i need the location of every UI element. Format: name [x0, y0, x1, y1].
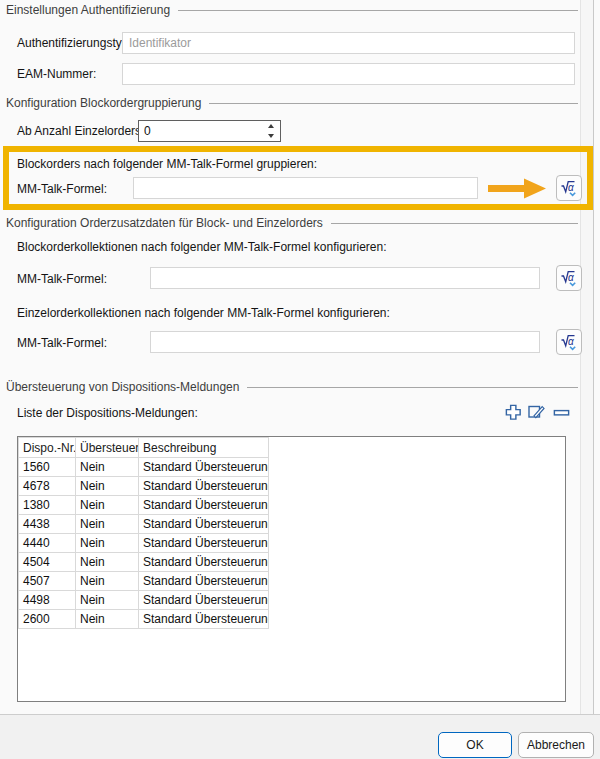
blockorders-group-caption: Blockorders nach folgender MM-Talk-Forme…: [17, 157, 317, 171]
table-cell: Standard Übersteuerung: [139, 477, 269, 496]
mmtalk-formula-label-3: MM-Talk-Formel:: [17, 336, 107, 350]
auth-type-input[interactable]: [122, 32, 575, 54]
spin-down-button[interactable]: [263, 133, 278, 140]
table-cell: Standard Übersteuerung: [139, 534, 269, 553]
table-row[interactable]: 4504NeinStandard Übersteuerung: [19, 553, 269, 572]
table-cell: Nein: [76, 477, 139, 496]
table-cell: Nein: [76, 496, 139, 515]
edit-entry-button[interactable]: [525, 400, 547, 422]
formula-sqrt-alpha-icon: α: [560, 333, 579, 352]
edit-pencil-icon: [526, 401, 546, 421]
table-cell: Standard Übersteuerung: [139, 515, 269, 534]
minus-icon: [552, 403, 571, 422]
table-cell: Standard Übersteuerung: [139, 553, 269, 572]
section-title: Konfiguration Orderzusatzdaten für Block…: [6, 216, 323, 230]
eam-number-input[interactable]: [122, 63, 575, 85]
blockorder-collections-caption: Blockorderkollektionen nach folgender MM…: [17, 240, 387, 254]
table-row[interactable]: 4440NeinStandard Übersteuerung: [19, 534, 269, 553]
section-title: Konfiguration Blockordergruppierung: [6, 96, 201, 110]
svg-text:α: α: [568, 182, 574, 193]
min-orders-input[interactable]: [139, 121, 263, 141]
column-header-uebersteuert[interactable]: Übersteuert: [76, 438, 139, 458]
section-rule: [247, 387, 578, 388]
svg-text:α: α: [568, 336, 574, 347]
section-header-orderzusatzdaten: Konfiguration Orderzusatzdaten für Block…: [6, 216, 578, 230]
table-cell: Standard Übersteuerung: [139, 591, 269, 610]
auth-type-label: Authentifizierungstyp:: [17, 36, 132, 50]
mmtalk-formula-label-2: MM-Talk-Formel:: [17, 272, 107, 286]
table-cell: Nein: [76, 610, 139, 629]
column-header-dispo-nr[interactable]: Dispo.-Nr.: [19, 438, 76, 458]
table-cell: 1560: [19, 458, 76, 477]
table-cell: Nein: [76, 591, 139, 610]
scrollbar-track[interactable]: [580, 0, 594, 714]
min-orders-label: Ab Anzahl Einzelorders:: [17, 124, 144, 138]
spin-up-button[interactable]: [263, 123, 278, 130]
mmtalk-formula-label-1: MM-Talk-Formel:: [17, 182, 107, 196]
table-cell: 4440: [19, 534, 76, 553]
highlight-arrow-icon: [488, 177, 548, 200]
table-cell: Standard Übersteuerung: [139, 610, 269, 629]
triangle-up-icon: [268, 124, 274, 128]
einzelorder-collections-caption: Einzelorderkollektionen nach folgender M…: [17, 306, 390, 320]
table-header-row[interactable]: Dispo.-Nr. Übersteuert Beschreibung: [19, 438, 269, 458]
table-row[interactable]: 1560NeinStandard Übersteuerung: [19, 458, 269, 477]
table-cell: Nein: [76, 534, 139, 553]
min-orders-spinner[interactable]: [138, 120, 281, 142]
table-cell: 1380: [19, 496, 76, 515]
dispo-table-body: 1560NeinStandard Übersteuerung4678NeinSt…: [19, 458, 269, 629]
section-rule: [331, 223, 578, 224]
section-title: Einstellungen Authentifizierung: [6, 3, 170, 17]
mmtalk-formula-input-2[interactable]: [150, 267, 540, 289]
table-cell: 4678: [19, 477, 76, 496]
table-cell: Nein: [76, 458, 139, 477]
eam-number-label: EAM-Nummer:: [17, 67, 96, 81]
table-cell: Standard Übersteuerung: [139, 458, 269, 477]
add-entry-button[interactable]: [502, 401, 524, 423]
cancel-button[interactable]: Abbrechen: [518, 732, 594, 758]
table-row[interactable]: 4498NeinStandard Übersteuerung: [19, 591, 269, 610]
section-header-blockordergruppierung: Konfiguration Blockordergruppierung: [6, 96, 578, 110]
table-row[interactable]: 1380NeinStandard Übersteuerung: [19, 496, 269, 515]
table-cell: 4504: [19, 553, 76, 572]
mmtalk-formula-input-3[interactable]: [150, 331, 540, 353]
section-title: Übersteuerung von Dispositions-Meldungen: [6, 380, 239, 394]
section-rule: [209, 103, 578, 104]
plus-icon: [504, 403, 523, 422]
table-row[interactable]: 4678NeinStandard Übersteuerung: [19, 477, 269, 496]
formula-editor-button-1[interactable]: α: [556, 175, 582, 201]
table-cell: Standard Übersteuerung: [139, 496, 269, 515]
table-cell: 2600: [19, 610, 76, 629]
table-row[interactable]: 2600NeinStandard Übersteuerung: [19, 610, 269, 629]
ok-button[interactable]: OK: [438, 732, 512, 758]
dispo-list-label: Liste der Dispositions-Meldungen:: [17, 406, 198, 420]
formula-sqrt-alpha-icon: α: [560, 179, 579, 198]
table-row[interactable]: 4507NeinStandard Übersteuerung: [19, 572, 269, 591]
section-header-dispositions-meldungen: Übersteuerung von Dispositions-Meldungen: [6, 380, 578, 394]
table-row[interactable]: 4438NeinStandard Übersteuerung: [19, 515, 269, 534]
mmtalk-formula-input-1[interactable]: [133, 177, 478, 199]
column-header-beschreibung[interactable]: Beschreibung: [139, 438, 269, 458]
formula-editor-button-3[interactable]: α: [556, 329, 582, 355]
triangle-down-icon: [268, 134, 274, 138]
svg-text:α: α: [568, 272, 574, 283]
dispo-table[interactable]: Dispo.-Nr. Übersteuert Beschreibung 1560…: [17, 436, 566, 702]
table-cell: Nein: [76, 515, 139, 534]
section-header-authentifizierung: Einstellungen Authentifizierung: [6, 3, 578, 17]
section-rule: [178, 10, 578, 11]
table-cell: 4438: [19, 515, 76, 534]
table-cell: Nein: [76, 553, 139, 572]
table-cell: 4498: [19, 591, 76, 610]
table-cell: Nein: [76, 572, 139, 591]
remove-entry-button[interactable]: [550, 401, 572, 423]
table-cell: Standard Übersteuerung: [139, 572, 269, 591]
formula-sqrt-alpha-icon: α: [560, 269, 579, 288]
formula-editor-button-2[interactable]: α: [556, 265, 582, 291]
table-cell: 4507: [19, 572, 76, 591]
